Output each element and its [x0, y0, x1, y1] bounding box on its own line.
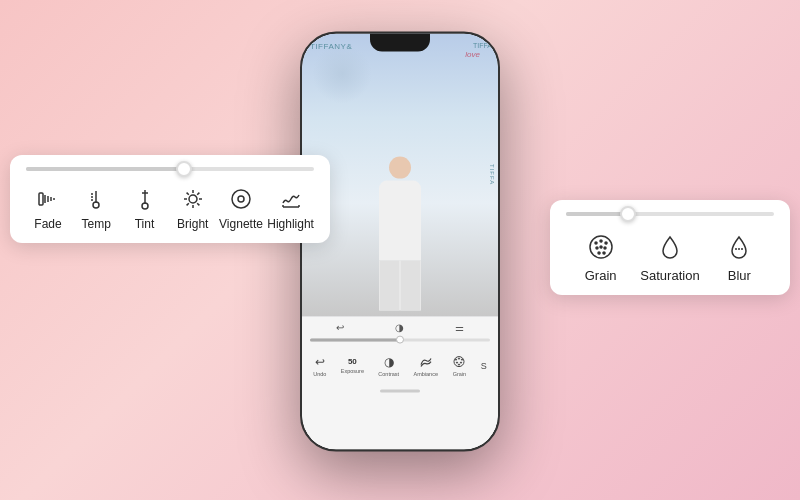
svg-line-28 — [186, 203, 188, 205]
phone-notch — [370, 34, 430, 52]
panel-item-fade[interactable]: Fade — [26, 187, 70, 231]
svg-point-6 — [459, 364, 460, 365]
svg-line-26 — [197, 203, 199, 205]
panel-item-tint[interactable]: Tint — [123, 187, 167, 231]
toolbar-undo-icon[interactable]: ↩ — [336, 322, 344, 333]
right-panel-item-blur[interactable]: Blur — [709, 232, 769, 283]
grain-label: Grain — [585, 268, 617, 283]
right-panel-slider-thumb — [620, 206, 636, 222]
temp-label: Temp — [82, 217, 111, 231]
panel-item-vignette[interactable]: Vignette — [219, 187, 263, 231]
right-panel-slider-fill — [566, 212, 628, 216]
toolbar-exposure-item[interactable]: 50 Exposure — [341, 357, 364, 374]
person-head — [389, 156, 411, 178]
svg-point-38 — [596, 247, 598, 249]
svg-point-29 — [232, 190, 250, 208]
ambiance-icon — [419, 354, 433, 368]
toolbar-adjust-icon[interactable]: ⚌ — [455, 322, 464, 333]
undo-icon: ↩ — [315, 354, 325, 368]
person-figure — [375, 156, 425, 316]
tiffany-brand-right: TIFFA — [473, 42, 492, 49]
toolbar-shadow-item[interactable]: S — [481, 360, 487, 370]
toolbar-slider-track — [310, 338, 400, 341]
photo-area: TIFFANY& TIFFA love TIFFA — [302, 34, 498, 317]
home-indicator — [380, 390, 420, 393]
toolbar-undo-item[interactable]: ↩ Undo — [313, 354, 326, 376]
tiffa-side-text: TIFFA — [489, 164, 495, 185]
svg-point-4 — [457, 362, 458, 363]
svg-point-30 — [238, 196, 244, 202]
fade-label: Fade — [34, 217, 61, 231]
tint-icon — [133, 187, 157, 211]
blur-icon — [724, 232, 754, 262]
svg-point-35 — [595, 242, 597, 244]
person-legs — [379, 260, 421, 310]
bright-icon — [181, 187, 205, 211]
left-panel-items: Fade Temp Tint — [26, 187, 314, 231]
phone-screen: TIFFANY& TIFFA love TIFFA ↩ ◑ ⚌ — [302, 34, 498, 450]
toolbar-items: ↩ Undo 50 Exposure ◑ Contrast Ambiance — [302, 345, 498, 385]
person-leg-right — [401, 260, 420, 310]
contrast-icon: ◑ — [384, 354, 394, 368]
phone-toolbar: ↩ ◑ ⚌ ↩ Undo 50 Exposure ◑ Contra — [302, 316, 498, 449]
right-panel-item-saturation[interactable]: Saturation — [640, 232, 700, 283]
right-panel-slider[interactable] — [566, 212, 774, 216]
left-adjustment-panel: Fade Temp Tint — [10, 155, 330, 243]
panel-item-temp[interactable]: Temp — [74, 187, 118, 231]
bright-label: Bright — [177, 217, 208, 231]
svg-point-42 — [600, 246, 602, 248]
toolbar-slider-thumb — [396, 335, 404, 343]
saturation-label: Saturation — [640, 268, 699, 283]
vignette-label: Vignette — [219, 217, 263, 231]
phone-mockup: TIFFANY& TIFFA love TIFFA ↩ ◑ ⚌ — [300, 32, 500, 452]
panel-item-highlight[interactable]: Highlight — [267, 187, 314, 231]
left-panel-slider-thumb — [176, 161, 192, 177]
panel-item-bright[interactable]: Bright — [171, 187, 215, 231]
grain-icon-panel — [586, 232, 616, 262]
svg-line-25 — [186, 193, 188, 195]
svg-rect-7 — [39, 193, 43, 205]
toolbar-bottom-bar — [302, 385, 498, 397]
love-text: love — [465, 50, 480, 59]
temp-icon — [84, 187, 108, 211]
left-panel-slider[interactable] — [26, 167, 314, 171]
svg-line-27 — [197, 193, 199, 195]
fade-icon — [36, 187, 60, 211]
tint-label: Tint — [135, 217, 155, 231]
svg-point-20 — [189, 195, 197, 203]
svg-point-39 — [604, 247, 606, 249]
person-body — [379, 180, 421, 260]
svg-point-1 — [456, 359, 457, 360]
grain-icon-toolbar — [452, 354, 466, 368]
shadow-icon: S — [481, 360, 487, 370]
svg-point-40 — [598, 252, 600, 254]
left-panel-slider-fill — [26, 167, 184, 171]
blur-label: Blur — [728, 268, 751, 283]
highlight-label: Highlight — [267, 217, 314, 231]
tiffany-brand-left: TIFFANY& — [310, 42, 352, 51]
svg-point-2 — [459, 358, 460, 359]
svg-point-41 — [603, 252, 605, 254]
toolbar-filter-icon[interactable]: ◑ — [395, 322, 404, 333]
svg-point-5 — [461, 362, 462, 363]
right-panel-items: Grain Saturation Blur — [566, 232, 774, 283]
svg-point-3 — [462, 359, 463, 360]
highlight-icon — [279, 187, 303, 211]
saturation-icon — [655, 232, 685, 262]
svg-point-36 — [600, 240, 602, 242]
vignette-icon — [229, 187, 253, 211]
svg-point-37 — [605, 242, 607, 244]
toolbar-ambiance-item[interactable]: Ambiance — [414, 354, 438, 376]
photo-bg-blur — [312, 44, 372, 104]
toolbar-contrast-item[interactable]: ◑ Contrast — [378, 354, 399, 376]
toolbar-main-slider[interactable] — [310, 338, 490, 341]
person-leg-left — [380, 260, 399, 310]
toolbar-grain-item[interactable]: Grain — [452, 354, 466, 376]
right-panel-item-grain[interactable]: Grain — [571, 232, 631, 283]
right-adjustment-panel: Grain Saturation Blur — [550, 200, 790, 295]
